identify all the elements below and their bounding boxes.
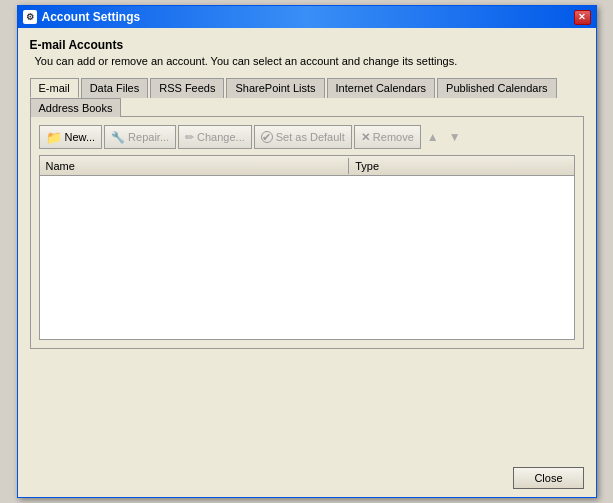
move-up-button[interactable]: ▲ [423,128,443,146]
set-default-label: Set as Default [276,131,345,143]
window-title: Account Settings [42,10,141,24]
title-bar-left: ⚙ Account Settings [23,10,141,24]
tabs-container: E-mail Data Files RSS Feeds SharePoint L… [30,77,584,117]
close-button[interactable]: Close [513,467,583,489]
title-bar: ⚙ Account Settings ✕ [18,6,596,28]
column-type: Type [349,158,573,174]
tab-address-books[interactable]: Address Books [30,98,122,117]
content-area: E-mail Accounts You can add or remove an… [18,28,596,359]
tab-data-files[interactable]: Data Files [81,78,149,98]
remove-icon: ✕ [361,131,370,144]
tab-internet-calendars[interactable]: Internet Calendars [327,78,436,98]
toolbar: 📁 New... 🔧 Repair... ✏ Change... ✔ Set a… [39,125,575,149]
account-settings-window: ⚙ Account Settings ✕ E-mail Accounts You… [17,5,597,498]
remove-button[interactable]: ✕ Remove [354,125,421,149]
repair-icon: 🔧 [111,131,125,144]
title-buttons: ✕ [574,10,591,25]
set-default-button[interactable]: ✔ Set as Default [254,125,352,149]
section-title: E-mail Accounts [30,38,584,52]
new-button[interactable]: 📁 New... [39,125,103,149]
remove-label: Remove [373,131,414,143]
tab-published-calendars[interactable]: Published Calendars [437,78,557,98]
move-down-button[interactable]: ▼ [445,128,465,146]
tab-email[interactable]: E-mail [30,78,79,98]
set-default-icon: ✔ [261,131,273,143]
tab-panel: 📁 New... 🔧 Repair... ✏ Change... ✔ Set a… [30,117,584,349]
window-close-button[interactable]: ✕ [574,10,591,25]
tab-sharepoint-lists[interactable]: SharePoint Lists [226,78,324,98]
change-label: Change... [197,131,245,143]
window-icon: ⚙ [23,10,37,24]
table-header: Name Type [40,156,574,176]
section-description: You can add or remove an account. You ca… [30,55,584,67]
footer-buttons: Close [18,459,596,497]
repair-label: Repair... [128,131,169,143]
new-icon: 📁 [46,130,62,145]
tab-rss-feeds[interactable]: RSS Feeds [150,78,224,98]
change-button[interactable]: ✏ Change... [178,125,252,149]
column-name: Name [40,158,350,174]
table-body [40,176,574,340]
new-label: New... [65,131,96,143]
repair-button[interactable]: 🔧 Repair... [104,125,176,149]
accounts-table: Name Type [39,155,575,340]
change-icon: ✏ [185,131,194,144]
bottom-area [18,359,596,459]
